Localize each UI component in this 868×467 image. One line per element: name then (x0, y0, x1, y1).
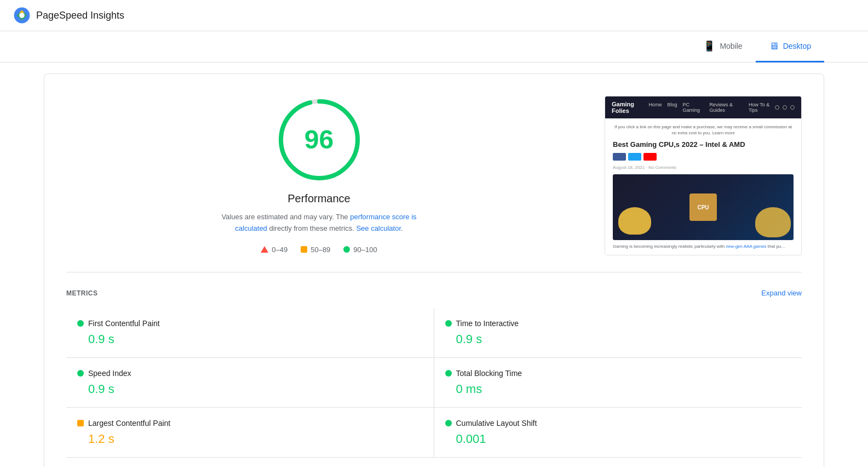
mock-caption-prefix: Gaming is becoming increasingly realisti… (613, 244, 726, 249)
mock-yt-btn (643, 153, 657, 161)
metric-lcp-header: Largest Contentful Paint (77, 419, 423, 428)
metric-si-dot (77, 370, 84, 377)
desktop-icon: 🖥 (769, 41, 779, 52)
score-value: 96 (304, 127, 334, 153)
desc-mid: directly from these metrics. (267, 224, 357, 232)
mock-cpu-box: CPU (689, 193, 717, 221)
tab-desktop-label: Desktop (783, 42, 811, 50)
metric-lcp-dot (77, 420, 84, 426)
svg-point-1 (19, 13, 25, 18)
mobile-icon: 📱 (703, 40, 715, 52)
legend-orange: 50–89 (301, 246, 330, 254)
legend-orange-icon (301, 246, 307, 253)
metric-fcp-value: 0.9 s (77, 332, 423, 346)
metric-tbt-dot (445, 370, 452, 377)
score-circle: 96 (275, 96, 363, 184)
mock-social-buttons (613, 153, 794, 161)
metrics-label: METRICS (66, 289, 98, 297)
mock-caption-link[interactable]: new-gen AAA games (726, 244, 766, 249)
mock-navbar: Gaming Folies Home Blog PC Gaming Review… (605, 96, 801, 118)
header: PageSpeed Insights (0, 0, 868, 31)
desc-suffix: . (401, 224, 403, 232)
mock-controller-right (755, 207, 791, 237)
performance-description: Values are estimated and may vary. The p… (210, 212, 429, 235)
metric-si-value: 0.9 s (77, 382, 423, 396)
mock-fb-btn (613, 153, 626, 161)
metric-cls-value: 0.001 (445, 432, 791, 446)
metric-tti-name: Time to Interactive (456, 319, 519, 328)
legend-orange-range: 50–89 (311, 246, 330, 254)
mock-article-date: August 18, 2021 · No Comments (613, 165, 794, 170)
metric-si: Speed Index 0.9 s (66, 358, 434, 408)
mock-article-image: CPU (613, 174, 794, 240)
score-legend: 0–49 50–89 90–100 (261, 246, 377, 254)
metric-fcp-dot (77, 320, 84, 327)
metric-cls-header: Cumulative Layout Shift (445, 419, 791, 428)
metrics-grid: First Contentful Paint 0.9 s Time to Int… (66, 308, 802, 458)
logo-container: PageSpeed Insights (13, 7, 124, 24)
legend-red: 0–49 (261, 246, 288, 254)
mock-nav-links: Home Blog PC Gaming Reviews & Guides How… (648, 102, 775, 113)
legend-green: 90–100 (343, 246, 377, 254)
metric-tbt-header: Total Blocking Time (445, 369, 791, 378)
mock-controller-left (618, 207, 651, 235)
metric-tbt-name: Total Blocking Time (456, 369, 522, 378)
metric-fcp: First Contentful Paint 0.9 s (66, 308, 434, 358)
metric-tti-header: Time to Interactive (445, 319, 791, 328)
mock-image-caption: Gaming is becoming increasingly realisti… (613, 243, 794, 249)
tab-mobile[interactable]: 📱 Mobile (690, 31, 755, 62)
screenshot-section: Gaming Folies Home Blog PC Gaming Review… (605, 96, 802, 255)
metric-tbt: Total Blocking Time 0 ms (434, 358, 802, 408)
mock-caption-suffix: that pu… (767, 244, 786, 249)
performance-label: Performance (288, 192, 350, 205)
mock-article-title: Best Gaming CPU,s 2022 – Intel & AMD (613, 140, 794, 150)
mock-nav-icon-3 (790, 105, 795, 110)
main-content: 96 Performance Values are estimated and … (0, 62, 868, 467)
metric-fcp-name: First Contentful Paint (88, 319, 160, 328)
metric-tti-dot (445, 320, 452, 327)
mock-nav-icons (775, 105, 795, 110)
legend-green-range: 90–100 (353, 246, 377, 254)
mock-nav-blog: Blog (667, 102, 677, 113)
mock-nav-icon-2 (783, 105, 787, 110)
metric-si-header: Speed Index (77, 369, 423, 378)
mock-nav-pc: PC Gaming (682, 102, 704, 113)
mock-nav-icon-1 (775, 105, 779, 110)
metric-cls-name: Cumulative Layout Shift (456, 419, 537, 428)
tabs-bar: 📱 Mobile 🖥 Desktop (0, 31, 868, 62)
metric-si-name: Speed Index (88, 369, 131, 378)
legend-red-icon (261, 246, 268, 253)
screenshot-frame: Gaming Folies Home Blog PC Gaming Review… (605, 96, 802, 255)
mock-twitter-btn (628, 153, 641, 161)
results-top: 96 Performance Values are estimated and … (66, 96, 802, 272)
metric-fcp-header: First Contentful Paint (77, 319, 423, 328)
metric-tbt-value: 0 ms (445, 382, 791, 396)
mock-content: If you click a link on this page and mak… (605, 118, 801, 255)
metric-lcp-value: 1.2 s (77, 432, 423, 446)
mock-nav-home: Home (648, 102, 662, 113)
metric-lcp-name: Largest Contentful Paint (88, 419, 170, 428)
legend-red-range: 0–49 (272, 246, 288, 254)
metric-cls-dot (445, 420, 452, 426)
metric-tti-value: 0.9 s (445, 332, 791, 346)
mock-affiliate-notice: If you click a link on this page and mak… (613, 124, 794, 136)
calculator-link[interactable]: See calculator (356, 224, 401, 232)
app-title: PageSpeed Insights (36, 10, 124, 21)
metric-cls: Cumulative Layout Shift 0.001 (434, 408, 802, 458)
tab-desktop[interactable]: 🖥 Desktop (756, 31, 824, 62)
mock-nav-howto: How To & Tips (749, 102, 775, 113)
metrics-header: METRICS Expand view (66, 289, 802, 297)
legend-green-icon (343, 246, 350, 253)
results-card: 96 Performance Values are estimated and … (44, 73, 824, 467)
expand-view-button[interactable]: Expand view (761, 289, 802, 297)
desc-prefix: Values are estimated and may vary. The (221, 213, 350, 221)
metric-lcp: Largest Contentful Paint 1.2 s (66, 408, 434, 458)
tab-mobile-label: Mobile (720, 42, 742, 50)
mock-nav-reviews: Reviews & Guides (709, 102, 743, 113)
mock-site-logo: Gaming Folies (612, 101, 648, 114)
metric-tti: Time to Interactive 0.9 s (434, 308, 802, 358)
score-section: 96 Performance Values are estimated and … (66, 96, 572, 254)
metrics-section: METRICS Expand view First Contentful Pai… (66, 289, 802, 458)
pagespeed-logo-icon (13, 7, 31, 24)
